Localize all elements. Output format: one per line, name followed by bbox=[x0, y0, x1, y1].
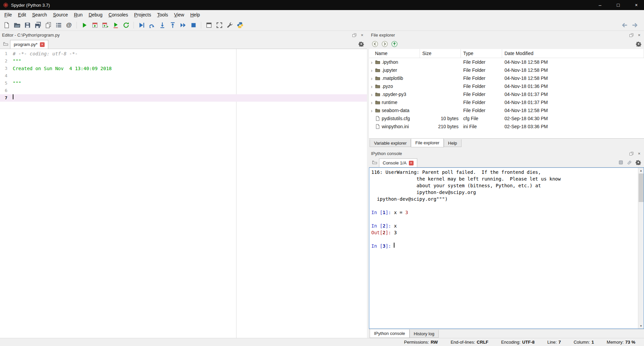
close-tab-icon[interactable]: × bbox=[40, 42, 45, 47]
tab-ipython-console[interactable]: IPython console bbox=[370, 329, 410, 338]
undock-explorer-button[interactable] bbox=[629, 32, 634, 38]
column-header-type[interactable]: Type bbox=[461, 49, 502, 58]
forward-button[interactable] bbox=[630, 20, 639, 30]
expand-chevron-icon[interactable]: › bbox=[370, 92, 374, 97]
tab-variable-explorer[interactable]: Variable explorer bbox=[370, 139, 411, 147]
console-content[interactable]: 116: UserWarning: Parent poll failed. If… bbox=[369, 167, 644, 329]
menu-projects[interactable]: Projects bbox=[131, 11, 154, 19]
expand-chevron-icon[interactable]: › bbox=[370, 84, 374, 89]
file-row[interactable]: ›seaborn-data File Folder 04-Nov-18 12:5… bbox=[369, 106, 644, 114]
restart-kernel-button[interactable] bbox=[121, 20, 130, 30]
menu-debug[interactable]: Debug bbox=[86, 11, 105, 19]
scroll-down-icon[interactable]: ▼ bbox=[638, 323, 644, 329]
console-output[interactable]: 116: UserWarning: Parent poll failed. If… bbox=[369, 168, 638, 329]
menu-view[interactable]: View bbox=[171, 11, 187, 19]
menu-help[interactable]: Help bbox=[187, 11, 203, 19]
expand-chevron-icon[interactable]: › bbox=[370, 68, 374, 73]
tab-console-1a[interactable]: Console 1/A × bbox=[379, 158, 417, 167]
close-console-pane-button[interactable]: × bbox=[636, 151, 642, 156]
maximize-button[interactable]: □ bbox=[610, 0, 626, 10]
editor-options-button[interactable] bbox=[357, 40, 366, 48]
debug-file-button[interactable] bbox=[137, 20, 146, 30]
parent-directory-button[interactable] bbox=[391, 41, 398, 47]
continue-button[interactable] bbox=[178, 20, 187, 30]
step-over-button[interactable] bbox=[147, 20, 156, 30]
column-header-size[interactable]: Size bbox=[420, 49, 461, 58]
clear-console-button[interactable] bbox=[625, 158, 634, 166]
file-row[interactable]: ›.spyder-py3 File Folder 04-Nov-18 01:37… bbox=[369, 90, 644, 98]
expand-chevron-icon[interactable]: › bbox=[370, 60, 374, 65]
file-name: pydistutils.cfg bbox=[382, 116, 410, 121]
file-modified: 04-Nov-18 01:37 PM bbox=[502, 92, 644, 97]
close-tab-icon[interactable]: × bbox=[409, 161, 414, 165]
symbol-finder-button[interactable]: @ bbox=[64, 20, 73, 30]
undock-editor-button[interactable] bbox=[352, 32, 357, 38]
menu-search[interactable]: Search bbox=[29, 11, 50, 19]
file-row[interactable]: ›.jupyter File Folder 04-Nov-18 12:58 PM bbox=[369, 66, 644, 74]
column-header-date-modified[interactable]: Date Modified bbox=[502, 49, 644, 58]
open-file-button[interactable] bbox=[12, 20, 21, 30]
tab-program-py[interactable]: program.py* × bbox=[10, 40, 48, 49]
undock-icon bbox=[352, 33, 357, 37]
code-editor[interactable]: 1# -*- coding: utf-8 -*- 2""" 3Created o… bbox=[0, 49, 367, 338]
column-header-name[interactable]: Name bbox=[369, 49, 420, 58]
run-cell-button[interactable] bbox=[90, 20, 99, 30]
outline-explorer-button[interactable] bbox=[54, 20, 63, 30]
console-active-input-line[interactable]: In [3]: bbox=[371, 243, 638, 249]
save-button[interactable] bbox=[23, 20, 32, 30]
fullscreen-button[interactable] bbox=[215, 20, 224, 30]
expand-chevron-icon[interactable]: › bbox=[370, 108, 374, 113]
undock-console-button[interactable] bbox=[629, 151, 634, 156]
maximize-pane-button[interactable] bbox=[204, 20, 213, 30]
close-explorer-pane-button[interactable]: × bbox=[636, 32, 642, 38]
tab-history-log[interactable]: History log bbox=[410, 330, 439, 338]
tab-help[interactable]: Help bbox=[444, 139, 462, 147]
back-button[interactable] bbox=[620, 20, 629, 30]
browse-consoles-button[interactable] bbox=[370, 158, 379, 166]
run-cell-advance-button[interactable] bbox=[101, 20, 110, 30]
run-file-button[interactable] bbox=[80, 20, 89, 30]
expand-chevron-icon[interactable]: › bbox=[370, 76, 374, 81]
file-switcher-button[interactable] bbox=[44, 20, 53, 30]
step-into-button[interactable] bbox=[158, 20, 167, 30]
console-scrollbar[interactable]: ▲ ▼ bbox=[638, 168, 644, 329]
menu-run[interactable]: Run bbox=[71, 11, 86, 19]
in-prompt: In [ bbox=[371, 209, 383, 216]
console-tab-label: Console 1/A bbox=[383, 160, 407, 165]
new-file-button[interactable] bbox=[2, 20, 11, 30]
previous-directory-button[interactable] bbox=[372, 41, 378, 47]
status-encoding: Encoding:UTF-8 bbox=[501, 340, 535, 345]
explorer-options-button[interactable] bbox=[636, 41, 641, 47]
menu-source[interactable]: Source bbox=[50, 11, 71, 19]
close-window-button[interactable]: × bbox=[629, 0, 644, 10]
preferences-button[interactable] bbox=[225, 20, 234, 30]
file-row[interactable]: ›.matplotlib File Folder 04-Nov-18 12:58… bbox=[369, 74, 644, 82]
menu-consoles[interactable]: Consoles bbox=[105, 11, 131, 19]
expand-chevron-icon[interactable]: › bbox=[370, 100, 374, 105]
step-return-button[interactable] bbox=[168, 20, 177, 30]
menu-tools[interactable]: Tools bbox=[154, 11, 171, 19]
python-path-button[interactable] bbox=[235, 20, 245, 30]
file-row[interactable]: ›pydistutils.cfg 10 bytes cfg File 02-Se… bbox=[369, 114, 644, 122]
folder-icon bbox=[375, 67, 380, 73]
run-selection-button[interactable] bbox=[111, 20, 120, 30]
browse-tabs-button[interactable] bbox=[1, 40, 10, 48]
tab-file-explorer[interactable]: File explorer bbox=[411, 139, 444, 147]
console-bottom-tab-bar: IPython console History log bbox=[369, 329, 644, 338]
save-all-button[interactable] bbox=[33, 20, 42, 30]
file-row[interactable]: ›winpython.ini 210 bytes ini File 02-Sep… bbox=[369, 122, 644, 131]
file-row[interactable]: ›.pyzo File Folder 04-Nov-18 01:36 PM bbox=[369, 82, 644, 90]
minimize-button[interactable]: – bbox=[592, 0, 608, 10]
scroll-up-icon[interactable]: ▲ bbox=[638, 168, 644, 173]
next-directory-button[interactable] bbox=[381, 41, 388, 47]
stop-debug-button[interactable] bbox=[189, 20, 198, 30]
file-modified: 04-Nov-18 12:58 PM bbox=[502, 59, 644, 65]
menu-edit[interactable]: Edit bbox=[15, 11, 29, 19]
file-row[interactable]: ›runtime File Folder 04-Nov-18 01:37 PM bbox=[369, 98, 644, 106]
scrollbar-thumb[interactable] bbox=[639, 174, 644, 202]
file-row[interactable]: ›.ipython File Folder 04-Nov-18 12:58 PM bbox=[369, 58, 644, 66]
menu-file[interactable]: File bbox=[1, 11, 15, 19]
close-editor-pane-button[interactable]: × bbox=[359, 32, 365, 38]
console-options-button[interactable] bbox=[634, 158, 643, 166]
interrupt-kernel-button[interactable] bbox=[616, 158, 625, 166]
